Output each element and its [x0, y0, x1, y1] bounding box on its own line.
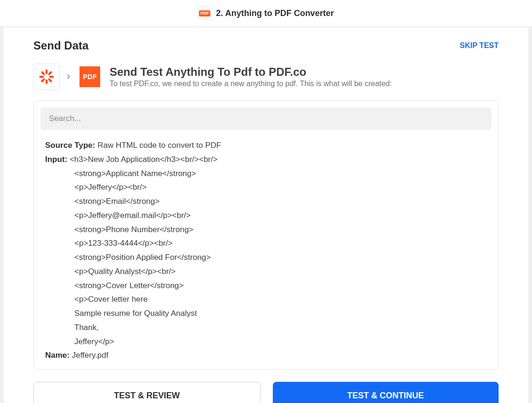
input-line-first: <h3>New Job Application</h3><br/><br/> [70, 155, 218, 164]
data-content: Source Type: Raw HTML code to convert to… [40, 138, 492, 363]
input-line: <strong>Cover Letter</strong> [45, 279, 492, 293]
input-line: Sample resume for Quality Analyst [45, 306, 492, 321]
search-input[interactable] [40, 107, 492, 130]
skip-test-link[interactable]: SKIP TEST [460, 41, 499, 50]
section-header: Send Data SKIP TEST [33, 39, 499, 52]
test-description: To test PDF.co, we need to create a new … [110, 80, 499, 88]
input-line: <strong>Phone Number</strong> [45, 223, 492, 237]
input-line: <p>123-333-4444</p><br/> [45, 236, 492, 250]
source-type-label: Source Type: [45, 141, 95, 150]
chevron-right-icon [64, 73, 72, 81]
svg-rect-6 [40, 71, 45, 75]
input-line: <p>Jeffery</p><br/> [45, 180, 492, 194]
test-heading: Send Test Anything To Pdf to PDF.co [110, 65, 499, 79]
main-panel: Send Data SKIP TEST [5, 27, 527, 403]
app-icons: PDF [33, 64, 103, 90]
input-line: <strong>Email</strong> [45, 194, 492, 209]
svg-rect-4 [48, 71, 53, 75]
zapier-icon [33, 64, 60, 90]
name-value: Jeffery.pdf [72, 351, 109, 360]
svg-rect-7 [48, 78, 53, 83]
pdf-app-icon: PDF [198, 7, 211, 20]
input-line: <strong>Position Applied For</strong> [45, 250, 492, 265]
source-type-value: Raw HTML code to convert to PDF [97, 141, 221, 150]
test-review-button[interactable]: TEST & REVIEW [33, 382, 261, 403]
data-preview-box: Source Type: Raw HTML code to convert to… [33, 100, 499, 370]
svg-rect-1 [46, 80, 48, 84]
input-label: Input: [45, 155, 67, 164]
input-line: Thank, [45, 321, 492, 335]
test-continue-button[interactable]: TEST & CONTINUE [273, 382, 499, 403]
svg-rect-2 [39, 76, 44, 78]
step-title: 2. Anything to PDF Converter [216, 8, 333, 18]
svg-rect-5 [40, 78, 45, 83]
input-line: Jeffery</p> [45, 335, 492, 349]
pdfco-icon: PDF [77, 64, 103, 90]
input-line: <strong>Applicant Name</strong> [45, 167, 492, 181]
input-line: <p>Cover letter here [45, 292, 492, 306]
svg-rect-3 [49, 76, 54, 78]
app-summary-row: PDF Send Test Anything To Pdf to PDF.co … [33, 64, 499, 90]
pdf-badge-large: PDF [79, 66, 100, 87]
name-label: Name: [45, 351, 70, 360]
input-line: <p>Quality Analyst</p><br/> [45, 265, 492, 279]
section-title: Send Data [33, 39, 88, 52]
input-line: <p>Jeffery@email.mail</p><br/> [45, 209, 492, 223]
svg-rect-0 [46, 69, 48, 74]
step-header: PDF 2. Anything to PDF Converter [0, 0, 532, 27]
footer-buttons: TEST & REVIEW TEST & CONTINUE [33, 382, 499, 403]
pdf-badge-small: PDF [199, 10, 210, 16]
